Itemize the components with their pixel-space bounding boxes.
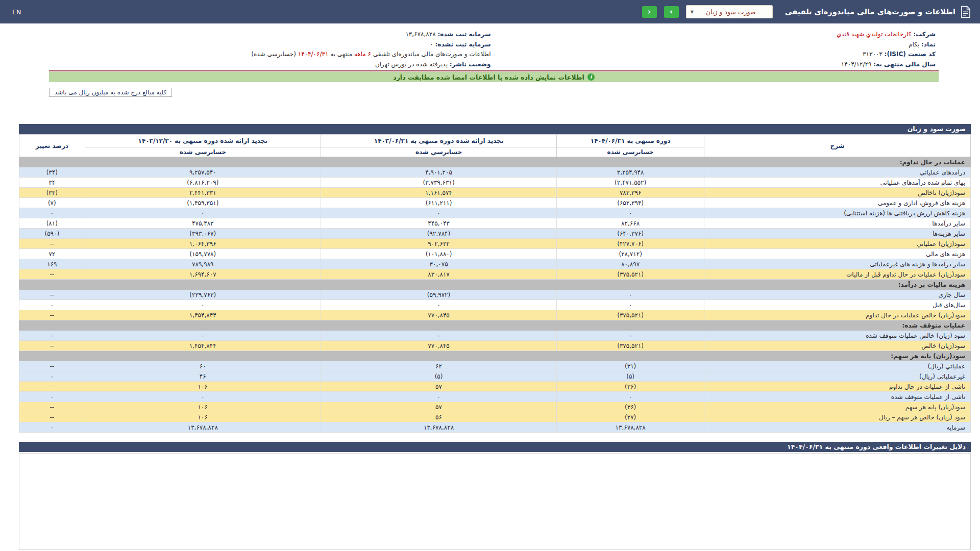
row-value: ۰ <box>321 392 556 402</box>
row-value: ۰ <box>85 208 321 218</box>
row-value: (۳۶) <box>557 382 704 392</box>
income-statement-section: صورت سود و زیان شرح دوره منتهی به ۱۴۰۴/۰… <box>19 124 971 433</box>
row-value: ۰ <box>19 422 85 433</box>
issuer-status-field: وضعیت ناشر: پذیرفته شده در بورس تهران <box>49 60 494 70</box>
field-value: بکام <box>909 41 919 48</box>
row-value: ۱۶۹ <box>19 259 85 269</box>
column-header-percent-change: درصد تغییر <box>19 135 85 157</box>
field-text: منتهی به <box>330 51 352 58</box>
row-label: درآمدهای عملیاتي <box>704 167 971 178</box>
row-value: ۳۰,۰۷۵ <box>321 259 556 269</box>
row-label: هزینه های فروش، اداری و عمومی <box>704 198 971 208</box>
row-value: (۵۹,۹۷۲) <box>321 290 556 300</box>
table-row: هزینه های مالی(۲۸,۷۱۲)(۱۰۱,۸۸۰)(۱۵۹,۷۷۸)… <box>19 249 971 259</box>
row-value: ۷۸۳,۳۹۶ <box>557 188 704 198</box>
info-row: شرکت: کارخانجات تولیدي شهید قندي سرمایه … <box>49 30 939 40</box>
statement-title-bar: صورت سود و زیان <box>19 124 971 134</box>
next-statement-button[interactable]: › <box>664 6 679 18</box>
row-value: (۱۵۹,۷۷۸) <box>85 249 321 259</box>
row-label: سال‌های قبل <box>704 300 971 310</box>
table-row: سال جاری۰(۵۹,۹۷۲)(۲۳۹,۷۶۳)-- <box>19 290 971 300</box>
row-value: ۵۷ <box>321 402 556 412</box>
table-row: سود(زیان) خالص عملیات در حال تداوم(۳۷۵,۵… <box>19 310 971 320</box>
signature-match-banner: i اطلاعات نمایش داده شده با اطلاعات امضا… <box>49 72 939 82</box>
row-value: (۹۲,۷۸۴) <box>321 229 556 239</box>
isic-field: کد صنعت (ISIC): ۳۱۳۰۰۳ <box>494 49 939 60</box>
table-row: سود(زیان) پایه هر سهم(۳۶)۵۷۱۰۶-- <box>19 402 971 412</box>
row-value: ۰ <box>19 371 85 382</box>
row-value: -- <box>19 269 85 280</box>
row-value: ۸۳۰,۸۱۷ <box>321 269 556 280</box>
chevron-left-icon: ‹ <box>648 7 651 17</box>
company-field: شرکت: کارخانجات تولیدي شهید قندي <box>494 30 939 40</box>
table-row: عملیات در حال تداوم: <box>19 157 971 167</box>
table-row: سال‌های قبل۰۰۰۰ <box>19 300 971 310</box>
row-value: ۰ <box>321 208 556 218</box>
row-value: ۰ <box>19 392 85 402</box>
row-label: ناشی از عملیات در حال تداوم <box>704 382 971 392</box>
page-title: اطلاعات و صورت‌های مالی میاندوره‌ای تلفی… <box>785 8 955 16</box>
table-row: ناشی از عملیات متوقف شده۰۰۰۰ <box>19 392 971 402</box>
document-icon[interactable] <box>961 6 971 18</box>
table-row: هزینه های فروش، اداری و عمومی(۶۵۳,۳۹۴)(۶… <box>19 198 971 208</box>
row-label: سال جاری <box>704 290 971 300</box>
table-row: درآمدهای عملیاتي۳,۲۵۴,۹۴۸۴,۹۰۱,۲۰۵۹,۲۵۷,… <box>19 167 971 178</box>
language-toggle[interactable]: EN <box>9 6 24 18</box>
row-value: ۰ <box>85 392 321 402</box>
income-statement-table: شرح دوره منتهی به ۱۴۰۴/۰۶/۳۱ تجدید ارائه… <box>19 134 971 433</box>
info-icon: i <box>587 73 595 81</box>
table-row: سایر هزینه‌ها(۶۴۰,۳۷۶)(۹۲,۷۸۴)(۳۹۳,۰۶۷)(… <box>19 229 971 239</box>
row-value: -- <box>19 290 85 300</box>
table-row: سود(زیان) ناخالص۷۸۳,۳۹۶۱,۱۶۱,۵۷۴۲,۴۴۱,۳۳… <box>19 188 971 198</box>
row-value: ۴۶ <box>85 371 321 382</box>
statement-type-value: صورت سود و زیان <box>694 8 768 16</box>
row-label: سود (زیان) خالص هر سهم – ریال <box>704 412 971 422</box>
row-value: ۰ <box>557 300 704 310</box>
table-row: ناشی از عملیات در حال تداوم(۳۶)۵۷۱۰۶-- <box>19 382 971 392</box>
company-name-link[interactable]: کارخانجات تولیدي شهید قندي <box>837 31 912 38</box>
table-row: عملیاتي (ریال)(۳۱)۶۲۶۰-- <box>19 361 971 371</box>
currency-note: کلیه مبالغ درج شده به میلیون ریال می باش… <box>49 88 172 97</box>
row-value: ۴۴۵,۰۴۳ <box>321 218 556 229</box>
row-label: عملیاتي (ریال) <box>704 361 971 371</box>
row-label: سایر درآمدها و هزینه های غیرعملیاتی <box>704 259 971 269</box>
field-label: سرمایه ثبت نشده: <box>435 41 491 48</box>
field-value: ۳۱۳۰۰۳ <box>863 51 883 58</box>
field-label: وضعیت ناشر: <box>450 61 491 68</box>
reasons-title-bar: دلایل تغییرات اطلاعات واقعی دوره منتهی ب… <box>19 442 971 452</box>
period-length-highlight: ۶ ماهه <box>354 51 371 58</box>
currency-note-wrap: کلیه مبالغ درج شده به میلیون ریال می باش… <box>49 87 939 97</box>
row-value: ۰ <box>19 208 85 218</box>
statement-period-field: اطلاعات و صورت‌های مالی میاندوره‌ای تلفی… <box>49 49 494 60</box>
column-header-current-period: دوره منتهی به ۱۴۰۴/۰۶/۳۱ <box>557 135 704 147</box>
row-value: (۸۱) <box>19 218 85 229</box>
row-value: ۲,۴۴۱,۳۳۱ <box>85 188 321 198</box>
field-value: ۱۳,۶۷۸,۸۲۸ <box>405 31 435 38</box>
row-value: (۳۳) <box>19 188 85 198</box>
row-value: ۰ <box>85 300 321 310</box>
row-value: -- <box>19 239 85 249</box>
row-value: -- <box>19 361 85 371</box>
row-value: (۴۲۷,۷۰۶) <box>557 239 704 249</box>
row-label: سود(زیان) خالص عملیات در حال تداوم <box>704 310 971 320</box>
row-value: (۶۴۰,۳۷۶) <box>557 229 704 239</box>
row-label: سود (زیان) خالص عملیات متوقف شده <box>704 331 971 341</box>
field-label: سرمایه ثبت شده: <box>437 31 491 38</box>
row-value: ۱,۴۵۴,۸۴۴ <box>85 310 321 320</box>
table-row: سایر درآمدها۸۲,۶۶۸۴۴۵,۰۴۳۴۷۵,۴۸۳(۸۱) <box>19 218 971 229</box>
statement-type-dropdown[interactable]: صورت سود و زیان ▼ <box>686 5 773 18</box>
field-value: پذیرفته شده در بورس تهران <box>375 61 448 68</box>
row-value: ۱,۶۹۴,۶۰۷ <box>85 269 321 280</box>
previous-statement-button[interactable]: ‹ <box>642 6 657 18</box>
row-value: ۶۲ <box>321 361 556 371</box>
field-text: اطلاعات و صورت‌های مالی میاندوره‌ای تلفی… <box>373 51 491 58</box>
fiscal-year-field: سال مالی منتهی به: ۱۴۰۴/۱۲/۲۹ <box>494 60 939 70</box>
company-info-section: شرکت: کارخانجات تولیدي شهید قندي سرمایه … <box>49 30 939 82</box>
row-label: سود(زیان) عملیاتي <box>704 239 971 249</box>
section-label: عملیات متوقف شده: <box>19 320 971 331</box>
row-value: (۷) <box>19 198 85 208</box>
row-value: (۵) <box>557 371 704 382</box>
row-value: (۱۰۱,۸۸۰) <box>321 249 556 259</box>
table-row: سود(زیان) پایه هر سهم: <box>19 351 971 361</box>
row-label: غیرعملیاتي (ریال) <box>704 371 971 382</box>
